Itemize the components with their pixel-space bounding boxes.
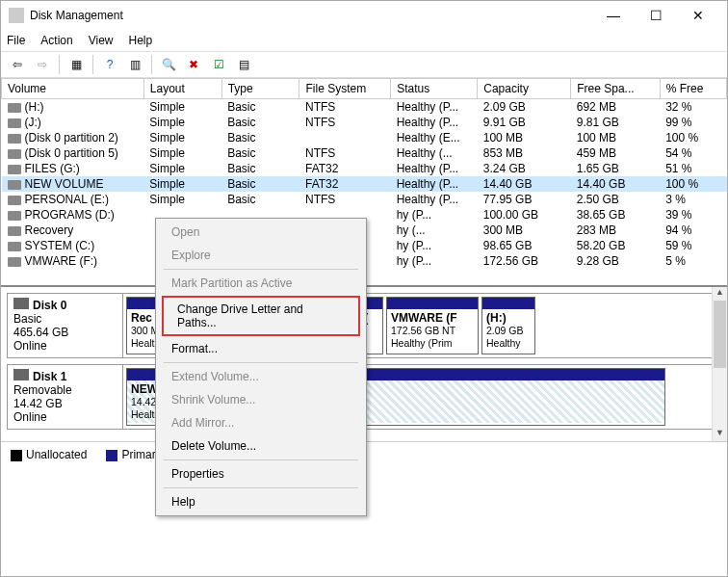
props-icon[interactable]: ▤ — [233, 54, 254, 75]
scroll-up-icon[interactable]: ▲ — [713, 287, 727, 301]
legend-unallocated: Unallocated — [26, 448, 87, 461]
back-button[interactable]: ⇦ — [7, 54, 28, 75]
volume-row[interactable]: FILES (G:)SimpleBasicFAT32Healthy (P...3… — [2, 161, 727, 176]
col-3[interactable]: File System — [299, 79, 391, 99]
ctx-shrink[interactable]: Shrink Volume... — [158, 388, 364, 411]
ctx-help[interactable]: Help — [158, 490, 364, 513]
view-icon[interactable]: ▥ — [124, 54, 145, 75]
titlebar: Disk Management — ☐ ✕ — [1, 1, 727, 30]
col-6[interactable]: Free Spa... — [571, 79, 660, 99]
help-icon[interactable]: ? — [99, 54, 120, 75]
window-title: Disk Management — [30, 9, 592, 22]
ctx-mark-active[interactable]: Mark Partition as Active — [158, 272, 364, 295]
scroll-down-icon[interactable]: ▼ — [713, 428, 727, 441]
partition[interactable]: (H:)2.09 GBHealthy — [481, 297, 535, 354]
ctx-change-drive-letter[interactable]: Change Drive Letter and Paths... — [164, 298, 358, 334]
volume-row[interactable]: (Disk 0 partition 5)SimpleBasicNTFSHealt… — [2, 145, 727, 161]
col-7[interactable]: % Free — [660, 79, 726, 99]
check-icon[interactable]: ☑ — [208, 54, 229, 75]
toolbar: ⇦ ⇨ ▦ ? ▥ 🔍 ✖ ☑ ▤ — [1, 51, 727, 78]
ctx-delete[interactable]: Delete Volume... — [158, 434, 364, 458]
menu-help[interactable]: Help — [129, 34, 153, 47]
volume-row[interactable]: NEW VOLUMESimpleBasicFAT32Healthy (P...1… — [2, 176, 727, 192]
ctx-format[interactable]: Format... — [158, 337, 364, 360]
ctx-mirror[interactable]: Add Mirror... — [158, 411, 364, 434]
ctx-explore[interactable]: Explore — [158, 244, 364, 267]
forward-button[interactable]: ⇨ — [32, 54, 53, 75]
col-1[interactable]: Layout — [143, 79, 221, 99]
scrollbar[interactable]: ▲ ▼ — [712, 287, 727, 441]
menu-view[interactable]: View — [89, 34, 114, 47]
volume-row[interactable]: (J:)SimpleBasicNTFSHealthy (P...9.91 GB9… — [2, 115, 727, 130]
close-button[interactable]: ✕ — [677, 2, 719, 29]
partition[interactable]: VMWARE (F172.56 GB NTHealthy (Prim — [386, 297, 479, 354]
context-menu: Open Explore Mark Partition as Active Ch… — [155, 218, 367, 516]
disk-header[interactable]: Disk 1Removable14.42 GBOnline — [8, 365, 123, 429]
ctx-open[interactable]: Open — [158, 221, 364, 244]
grid-icon[interactable]: ▦ — [65, 54, 87, 75]
maximize-button[interactable]: ☐ — [635, 2, 677, 29]
search-icon[interactable]: 🔍 — [158, 54, 179, 75]
ctx-extend[interactable]: Extend Volume... — [158, 365, 364, 388]
disk-header[interactable]: Disk 0Basic465.64 GBOnline — [8, 294, 123, 357]
volume-row[interactable]: PERSONAL (E:)SimpleBasicNTFSHealthy (P..… — [2, 192, 727, 207]
col-4[interactable]: Status — [391, 79, 478, 99]
ctx-properties[interactable]: Properties — [158, 462, 364, 485]
delete-icon[interactable]: ✖ — [183, 54, 204, 75]
volume-row[interactable]: (H:)SimpleBasicNTFSHealthy (P...2.09 GB6… — [2, 99, 727, 116]
volume-row[interactable]: (Disk 0 partition 2)SimpleBasicHealthy (… — [2, 130, 727, 145]
col-2[interactable]: Type — [221, 79, 299, 99]
menu-action[interactable]: Action — [40, 34, 72, 47]
menubar: File Action View Help — [1, 30, 727, 51]
col-5[interactable]: Capacity — [478, 79, 571, 99]
scroll-thumb[interactable] — [714, 301, 726, 368]
app-icon — [9, 8, 24, 23]
menu-file[interactable]: File — [7, 34, 25, 47]
col-0[interactable]: Volume — [2, 79, 144, 99]
minimize-button[interactable]: — — [592, 2, 635, 29]
